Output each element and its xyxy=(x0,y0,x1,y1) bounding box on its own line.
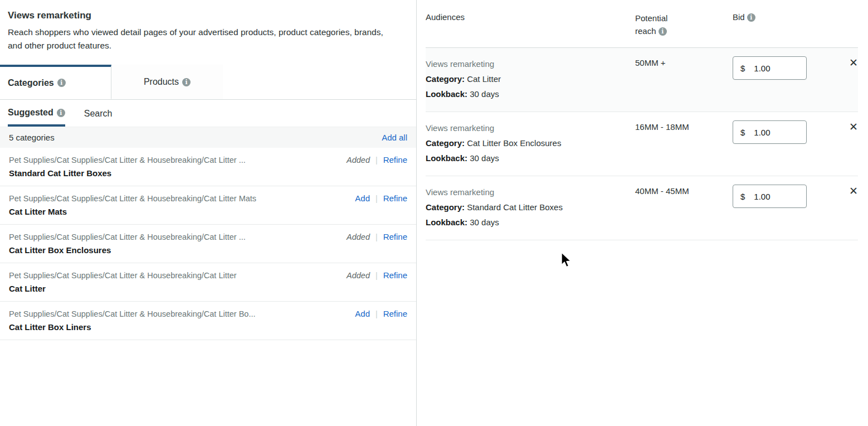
refine-button[interactable]: Refine xyxy=(383,193,407,203)
category-count-bar: 5 categories Add all xyxy=(0,127,416,148)
audience-lookback: 30 days xyxy=(470,153,499,163)
bid-cell: $ xyxy=(733,120,841,144)
column-header-potential-reach: Potential reach i xyxy=(635,12,733,37)
category-path: Pet Supplies/Cat Supplies/Cat Litter & H… xyxy=(9,309,355,318)
bid-input[interactable] xyxy=(750,192,789,201)
add-button[interactable]: Add xyxy=(355,193,370,203)
category-path: Pet Supplies/Cat Supplies/Cat Litter & H… xyxy=(9,194,355,203)
info-icon[interactable]: i xyxy=(747,13,755,22)
category-row: Pet Supplies/Cat Supplies/Cat Litter & H… xyxy=(0,225,416,263)
column-header-audiences: Audiences xyxy=(426,12,635,22)
divider: | xyxy=(376,233,378,241)
add-button[interactable]: Add xyxy=(355,309,370,318)
subtab-suggested[interactable]: Suggested i xyxy=(8,108,65,127)
remove-audience-icon[interactable]: ✕ xyxy=(841,120,858,132)
subtab-search[interactable]: Search xyxy=(84,108,113,127)
bid-input[interactable] xyxy=(750,64,789,73)
info-icon[interactable]: i xyxy=(659,27,667,36)
refine-button[interactable]: Refine xyxy=(383,270,407,280)
divider: | xyxy=(376,309,378,318)
bid-input-group: $ xyxy=(733,56,807,80)
tab-products[interactable]: Products i xyxy=(111,65,223,99)
category-path: Pet Supplies/Cat Supplies/Cat Litter & H… xyxy=(9,271,347,280)
info-icon[interactable]: i xyxy=(57,79,66,87)
currency-symbol: $ xyxy=(733,64,750,73)
page-description: Reach shoppers who viewed detail pages o… xyxy=(8,26,387,52)
audience-row: Views remarketing Category: Cat Litter L… xyxy=(426,48,858,112)
subtab-search-label: Search xyxy=(84,109,113,119)
audience-lookback: 30 days xyxy=(470,217,499,227)
subtab-row: Suggested i Search xyxy=(0,108,416,127)
potential-reach-value: 16MM - 18MM xyxy=(635,120,733,132)
category-name: Cat Litter Box Enclosures xyxy=(9,245,407,255)
added-status: Added xyxy=(347,156,370,164)
bid-input-group: $ xyxy=(733,185,807,208)
audience-details: Views remarketing Category: Cat Litter B… xyxy=(426,120,635,166)
audience-type: Views remarketing xyxy=(426,185,635,200)
audiences-table-header: Audiences Potential reach i Bid i xyxy=(426,0,858,48)
category-row: Pet Supplies/Cat Supplies/Cat Litter & H… xyxy=(0,148,416,186)
divider: | xyxy=(376,156,378,164)
refine-button[interactable]: Refine xyxy=(383,155,407,164)
audience-details: Views remarketing Category: Cat Litter L… xyxy=(426,56,635,101)
refine-button[interactable]: Refine xyxy=(383,309,407,318)
audience-category: Cat Litter xyxy=(467,74,501,84)
views-remarketing-page: Views remarketing Reach shoppers who vie… xyxy=(0,0,868,426)
audience-category: Standard Cat Litter Boxes xyxy=(467,202,563,212)
refine-button[interactable]: Refine xyxy=(383,232,407,241)
audience-lookback: 30 days xyxy=(470,89,499,99)
potential-reach-value: 50MM + xyxy=(635,56,733,67)
category-name: Cat Litter Box Liners xyxy=(9,322,407,332)
audience-category: Cat Litter Box Enclosures xyxy=(467,138,561,148)
tab-categories-label: Categories xyxy=(8,78,54,88)
category-name: Cat Litter xyxy=(9,284,407,293)
intro-section: Views remarketing Reach shoppers who vie… xyxy=(0,0,416,60)
remove-audience-icon[interactable]: ✕ xyxy=(841,56,858,68)
added-status: Added xyxy=(347,233,370,241)
category-path: Pet Supplies/Cat Supplies/Cat Litter & H… xyxy=(9,233,347,241)
audience-row: Views remarketing Category: Standard Cat… xyxy=(426,176,858,240)
tab-categories[interactable]: Categories i xyxy=(0,65,111,99)
category-count: 5 categories xyxy=(9,133,55,142)
remove-audience-icon[interactable]: ✕ xyxy=(841,185,858,196)
category-list: Pet Supplies/Cat Supplies/Cat Litter & H… xyxy=(0,148,416,340)
category-name: Cat Litter Mats xyxy=(9,207,407,216)
category-name: Standard Cat Litter Boxes xyxy=(9,168,407,178)
audience-builder-panel: Views remarketing Reach shoppers who vie… xyxy=(0,0,417,426)
category-row: Pet Supplies/Cat Supplies/Cat Litter & H… xyxy=(0,263,416,302)
selected-audiences-panel: Audiences Potential reach i Bid i Views … xyxy=(417,0,868,426)
divider: | xyxy=(376,271,378,280)
tab-products-label: Products xyxy=(144,77,179,87)
tab-row: Categories i Products i xyxy=(0,65,416,100)
added-status: Added xyxy=(347,271,370,280)
bid-cell: $ xyxy=(733,56,841,80)
bid-input-group: $ xyxy=(733,120,807,144)
potential-reach-value: 40MM - 45MM xyxy=(635,185,733,196)
audience-row: Views remarketing Category: Cat Litter B… xyxy=(426,112,858,176)
currency-symbol: $ xyxy=(733,128,750,137)
currency-symbol: $ xyxy=(733,192,750,201)
audience-type: Views remarketing xyxy=(426,56,635,71)
subtab-suggested-label: Suggested xyxy=(8,108,53,118)
info-icon[interactable]: i xyxy=(57,109,65,117)
info-icon[interactable]: i xyxy=(182,78,191,86)
bid-cell: $ xyxy=(733,185,841,208)
category-row: Pet Supplies/Cat Supplies/Cat Litter & H… xyxy=(0,186,416,225)
divider: | xyxy=(376,194,378,203)
bid-input[interactable] xyxy=(750,128,789,137)
column-header-bid: Bid i xyxy=(733,12,841,22)
category-path: Pet Supplies/Cat Supplies/Cat Litter & H… xyxy=(9,156,347,164)
audience-type: Views remarketing xyxy=(426,120,635,135)
add-all-button[interactable]: Add all xyxy=(382,133,407,142)
page-title: Views remarketing xyxy=(8,10,407,21)
category-row: Pet Supplies/Cat Supplies/Cat Litter & H… xyxy=(0,302,416,340)
audience-details: Views remarketing Category: Standard Cat… xyxy=(426,185,635,230)
